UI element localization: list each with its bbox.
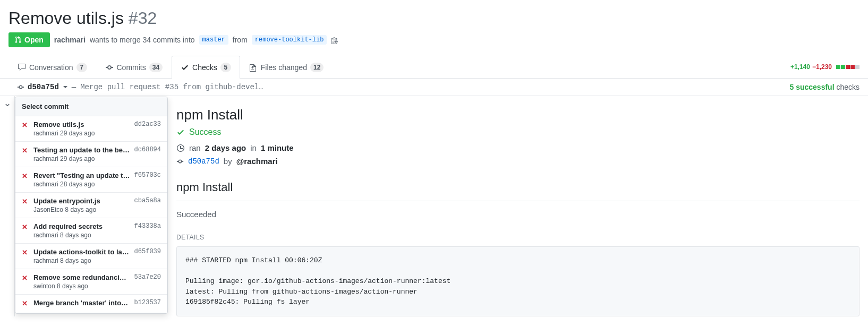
commit-item-sha: b123537 xyxy=(134,299,161,306)
chevron-down-icon xyxy=(62,83,67,91)
check-timing: ran 2 days ago in 1 minute xyxy=(176,143,860,152)
ran-in: in xyxy=(250,143,257,152)
tab-checks[interactable]: Checks 5 xyxy=(172,56,240,79)
tab-commits[interactable]: Commits 34 xyxy=(96,56,172,79)
commit-icon xyxy=(17,83,24,91)
check-status-text: Success xyxy=(189,127,221,137)
pr-title-text: Remove utils.js xyxy=(8,8,124,28)
commit-item-sub: swinton 8 days ago xyxy=(33,282,130,290)
tab-files[interactable]: Files changed 12 xyxy=(240,56,333,79)
tab-conversation-label: Conversation xyxy=(29,63,73,72)
diff-blocks xyxy=(836,65,860,69)
pr-number: #32 xyxy=(129,8,157,28)
pr-tabnav: Conversation 7 Commits 34 Checks 5 Files… xyxy=(0,56,868,79)
checks-summary: 5 successful checks xyxy=(789,83,860,91)
pr-state-badge: Open xyxy=(8,32,50,47)
tab-conversation-count: 7 xyxy=(76,63,87,72)
commit-select-item[interactable]: ✕ Testing an update to the beta ve… rach… xyxy=(15,142,167,167)
base-branch[interactable]: master xyxy=(199,35,228,45)
collapse-gutter[interactable] xyxy=(0,96,15,316)
check-commit-info: d50a75d by @rachmari xyxy=(176,157,860,166)
x-icon: ✕ xyxy=(22,299,29,308)
commit-item-sha: dd2ac33 xyxy=(134,121,161,128)
by-text: by xyxy=(224,157,232,166)
commit-item-title: Testing an update to the beta ve… xyxy=(33,146,130,154)
checks-success-suffix: checks xyxy=(835,83,860,91)
commit-item-sha: cba5a8a xyxy=(134,197,161,204)
checks-icon xyxy=(181,63,189,72)
x-icon: ✕ xyxy=(22,121,29,130)
dropdown-header: Select commit xyxy=(15,97,167,116)
tab-files-count: 12 xyxy=(310,63,324,72)
commit-item-sha: f65703c xyxy=(134,171,161,179)
x-icon: ✕ xyxy=(22,146,29,156)
commit-item-title: Remove some redundancies be… xyxy=(33,273,130,281)
commit-item-title: Add required secrets xyxy=(33,222,130,230)
chevron-down-icon xyxy=(4,102,11,108)
commit-sha-selector[interactable]: d50a75d xyxy=(17,83,67,91)
commit-select-item[interactable]: ✕ Merge branch 'master' into rem… b12353… xyxy=(15,295,167,313)
diffstat: +1,140 −1,230 xyxy=(790,63,860,71)
commit-item-title: Update actions-toolkit to latest … xyxy=(33,248,130,256)
pr-author[interactable]: rachmari xyxy=(54,36,86,44)
diff-deletions: −1,230 xyxy=(812,63,832,71)
commit-item-sub: rachmari 8 days ago xyxy=(33,231,130,239)
pr-from-text: from xyxy=(233,36,248,44)
commit-select-item[interactable]: ✕ Add required secrets rachmari 8 days a… xyxy=(15,218,167,244)
check-succeeded: Succeeded xyxy=(176,210,860,219)
commit-item-sha: f43338a xyxy=(134,222,161,230)
dash: — xyxy=(72,83,76,91)
commit-bar: d50a75d — Merge pull request #35 from gi… xyxy=(0,79,868,96)
commit-item-title: Revert "Testing an update to th… xyxy=(33,171,130,179)
x-icon: ✕ xyxy=(22,273,29,283)
commit-select-item[interactable]: ✕ Remove utils.js rachmari 29 days ago d… xyxy=(15,116,167,142)
x-icon: ✕ xyxy=(22,248,29,257)
commit-select-item[interactable]: ✕ Update entrypoint.js JasonEtco 8 days … xyxy=(15,193,167,218)
tab-conversation[interactable]: Conversation 7 xyxy=(8,56,96,79)
commit-item-sha: 53a7e20 xyxy=(134,273,161,281)
file-diff-icon xyxy=(249,63,258,72)
log-output[interactable]: ### STARTED npm Install 00:06:20Z Pullin… xyxy=(176,246,860,316)
tab-checks-label: Checks xyxy=(192,63,217,72)
ran-ago: 2 days ago xyxy=(205,143,246,152)
commit-item-title: Merge branch 'master' into rem… xyxy=(33,299,130,307)
commit-select-item[interactable]: ✕ Revert "Testing an update to th… rachm… xyxy=(15,167,167,193)
ran-duration: 1 minute xyxy=(261,143,294,152)
tab-files-label: Files changed xyxy=(261,63,307,72)
comment-icon xyxy=(18,63,26,72)
ran-prefix: ran xyxy=(189,143,201,152)
pr-merge-text: wants to merge 34 commits into xyxy=(90,36,195,44)
x-icon: ✕ xyxy=(22,222,29,232)
pr-state-text: Open xyxy=(24,36,44,44)
check-status: Success xyxy=(176,127,860,137)
commit-sha-text: d50a75d xyxy=(28,83,59,91)
commit-item-sub: rachmari 8 days ago xyxy=(33,257,130,264)
commit-select-dropdown: Select commit ✕ Remove utils.js rachmari… xyxy=(15,97,168,314)
check-actor[interactable]: @rachmari xyxy=(236,157,278,166)
commit-item-sha: dc68894 xyxy=(134,146,161,153)
git-pull-request-icon xyxy=(15,36,22,44)
tab-commits-count: 34 xyxy=(149,63,163,72)
commit-item-sub: rachmari 29 days ago xyxy=(33,130,130,137)
commit-item-sub: rachmari 28 days ago xyxy=(33,181,130,188)
tab-commits-label: Commits xyxy=(117,63,146,72)
details-label: DETAILS xyxy=(176,234,860,241)
commit-item-sub: rachmari 29 days ago xyxy=(33,155,130,162)
x-icon: ✕ xyxy=(22,197,29,207)
check-commit-sha[interactable]: d50a75d xyxy=(188,157,219,166)
x-icon: ✕ xyxy=(22,171,29,181)
checks-success-count: 5 successful xyxy=(789,83,834,91)
commit-item-sha: d65f039 xyxy=(134,248,161,255)
commit-select-item[interactable]: ✕ Update actions-toolkit to latest … rac… xyxy=(15,244,167,269)
tab-checks-count: 5 xyxy=(220,63,231,72)
copy-icon[interactable] xyxy=(331,36,338,44)
pr-title: Remove utils.js #32 xyxy=(8,8,157,28)
diff-additions: +1,140 xyxy=(790,63,810,71)
check-name: npm Install xyxy=(176,107,860,123)
head-branch[interactable]: remove-toolkit-lib xyxy=(252,35,327,45)
commit-select-item[interactable]: ✕ Remove some redundancies be… swinton 8… xyxy=(15,269,167,295)
commit-icon xyxy=(105,63,114,72)
commit-item-title: Remove utils.js xyxy=(33,121,130,128)
commit-item-sub: JasonEtco 8 days ago xyxy=(33,206,130,213)
commit-item-title: Update entrypoint.js xyxy=(33,197,130,205)
